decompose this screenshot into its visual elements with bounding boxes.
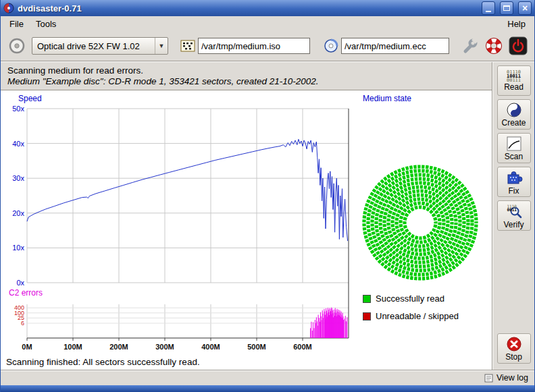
bottom-bar: View log — [1, 370, 534, 385]
maximize-button[interactable] — [500, 1, 513, 15]
legend-label: Unreadable / skipped — [376, 311, 459, 321]
read-button[interactable]: 01110 10011 00111 Read — [497, 65, 531, 96]
puzzle-piece-icon — [505, 169, 524, 186]
window-title: dvdisaster-0.71 — [18, 3, 82, 13]
create-button[interactable]: Create — [497, 99, 531, 130]
status-block: Scanning medium for read errors. Medium … — [1, 62, 492, 90]
menu-tools[interactable]: Tools — [30, 18, 62, 30]
svg-text:400M: 400M — [201, 343, 220, 351]
speed-label: Speed — [18, 94, 42, 103]
svg-text:20x: 20x — [12, 209, 24, 217]
image-file-input[interactable] — [198, 38, 310, 54]
chevron-down-icon: ▼ — [155, 38, 168, 54]
window-bottom-border — [1, 385, 534, 392]
ecc-file-input[interactable] — [341, 38, 449, 54]
scan-button-label: Scan — [505, 152, 523, 161]
svg-text:500M: 500M — [247, 343, 266, 351]
legend-successfully-read: Successfully read — [363, 293, 444, 304]
app-icon — [3, 3, 14, 13]
medium-info-line: Medium "Example disc": CD-R mode 1, 3534… — [7, 76, 485, 87]
lifebelt-icon — [485, 37, 503, 55]
legend-red-swatch — [363, 312, 371, 320]
legend-green-swatch — [363, 295, 371, 303]
power-icon — [509, 36, 528, 55]
status-line-1: Scanning medium for read errors. — [7, 65, 485, 76]
svg-text:200M: 200M — [109, 343, 128, 351]
scan-graph-icon — [506, 136, 522, 152]
help-button[interactable] — [485, 37, 503, 55]
menu-file[interactable]: File — [3, 18, 30, 30]
dvdisaster-window: dvdisaster-0.71 × File Tools Help Optica… — [0, 0, 535, 392]
wrench-icon — [461, 37, 479, 55]
quit-button[interactable] — [509, 36, 528, 55]
toolbar: Optical drive 52X FW 1.02 ▼ — [1, 31, 534, 61]
verify-button[interactable]: 1110 0011 Verify — [497, 200, 531, 231]
legend-unreadable: Unreadable / skipped — [363, 311, 459, 321]
svg-text:30x: 30x — [12, 174, 24, 182]
preferences-button[interactable] — [461, 37, 479, 55]
scan-button[interactable]: Scan — [497, 133, 531, 163]
image-file-icon — [180, 38, 195, 53]
optical-drive-icon — [7, 36, 26, 55]
drive-select-value: Optical drive 52X FW 1.02 — [32, 41, 155, 51]
binary-icon: 01110 10011 00111 — [507, 70, 521, 82]
stop-icon — [506, 336, 522, 352]
svg-text:100M: 100M — [63, 343, 82, 351]
svg-text:0x: 0x — [16, 279, 24, 287]
stop-button[interactable]: Stop — [497, 333, 531, 364]
verify-icon: 1110 0011 — [505, 202, 524, 220]
close-button[interactable]: × — [518, 1, 532, 15]
view-log-button[interactable]: View log — [484, 373, 528, 383]
svg-text:300M: 300M — [155, 343, 174, 351]
fix-button[interactable]: Fix — [497, 167, 531, 197]
svg-text:50x: 50x — [12, 105, 24, 113]
menu-help[interactable]: Help — [501, 18, 532, 30]
c2-errors-label: C2 errors — [9, 288, 43, 298]
drive-select-combo[interactable]: Optical drive 52X FW 1.02 ▼ — [32, 37, 168, 55]
verify-button-label: Verify — [503, 221, 524, 229]
legend-label: Successfully read — [376, 293, 444, 304]
action-sidebar: 01110 10011 00111 Read Create — [492, 62, 534, 370]
view-log-label: View log — [496, 373, 528, 383]
medium-state-label: Medium state — [363, 94, 411, 103]
ecc-file-icon — [324, 38, 338, 53]
svg-text:40x: 40x — [12, 140, 24, 148]
create-button-label: Create — [501, 119, 526, 128]
yin-yang-icon — [506, 102, 522, 118]
svg-text:0M: 0M — [22, 343, 32, 351]
svg-text:600M: 600M — [293, 343, 312, 351]
scan-chart-area: 0M100M200M300M400M500M600M0x10x20x30x40x… — [1, 91, 492, 356]
log-icon — [484, 374, 493, 383]
drive-button[interactable] — [7, 36, 26, 55]
svg-text:400: 400 — [14, 304, 24, 311]
menu-bar: File Tools Help — [1, 16, 534, 31]
stop-button-label: Stop — [505, 353, 522, 362]
minimize-button[interactable] — [482, 1, 495, 15]
result-status-line: Scanning finished: All sectors successfu… — [1, 356, 492, 370]
window-titlebar[interactable]: dvdisaster-0.71 × — [1, 0, 534, 16]
svg-text:10x: 10x — [12, 244, 24, 252]
fix-button-label: Fix — [509, 187, 519, 196]
read-button-label: Read — [504, 83, 524, 92]
